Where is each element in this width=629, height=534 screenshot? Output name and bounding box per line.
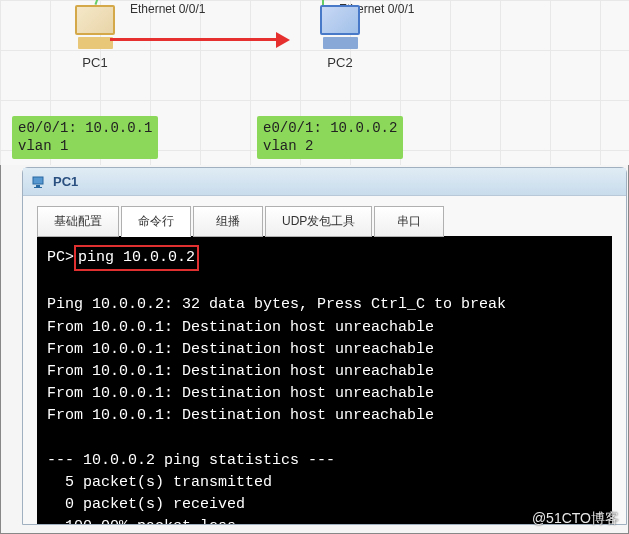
terminal-line	[47, 272, 602, 294]
pc1-label: PC1	[55, 55, 135, 70]
watermark: @51CTO博客	[532, 510, 619, 528]
terminal-line	[47, 428, 602, 450]
svg-rect-2	[34, 187, 42, 188]
pc2-info-box: e0/0/1: 10.0.0.2 vlan 2	[257, 116, 403, 159]
tab-1[interactable]: 命令行	[121, 206, 191, 237]
tab-bar: 基础配置命令行组播UDP发包工具串口 PC>ping 10.0.0.2 Ping…	[23, 196, 626, 524]
tab-2[interactable]: 组播	[193, 206, 263, 237]
terminal-line: Ping 10.0.0.2: 32 data bytes, Press Ctrl…	[47, 294, 602, 316]
pc1-info-box: e0/0/1: 10.0.0.1 vlan 1	[12, 116, 158, 159]
terminal-line: --- 10.0.0.2 ping statistics ---	[47, 450, 602, 472]
pc2-vlan: vlan 2	[263, 138, 397, 156]
window-titlebar[interactable]: PC1	[23, 168, 626, 196]
network-topology: Ethernet 0/0/1 Ethernet 0/0/1 PC1 PC2 e0…	[0, 0, 629, 165]
window-title: PC1	[53, 174, 78, 189]
ping-arrow	[110, 32, 290, 48]
terminal-line: 5 packet(s) transmitted	[47, 472, 602, 494]
pc2-label: PC2	[300, 55, 380, 70]
pc2-node[interactable]: PC2	[300, 5, 380, 70]
tab-0[interactable]: 基础配置	[37, 206, 119, 237]
pc1-vlan: vlan 1	[18, 138, 152, 156]
terminal-line: From 10.0.0.1: Destination host unreacha…	[47, 405, 602, 427]
svg-rect-1	[36, 185, 40, 187]
terminal-line: From 10.0.0.1: Destination host unreacha…	[47, 361, 602, 383]
pc2-interface: e0/0/1: 10.0.0.2	[263, 120, 397, 138]
pc-icon	[315, 5, 365, 50]
tab-4[interactable]: 串口	[374, 206, 444, 237]
terminal-line: 100.00% packet loss	[47, 516, 602, 524]
terminal-window: PC1 基础配置命令行组播UDP发包工具串口 PC>ping 10.0.0.2 …	[22, 167, 627, 525]
terminal-line: 0 packet(s) received	[47, 494, 602, 516]
terminal-line: From 10.0.0.1: Destination host unreacha…	[47, 383, 602, 405]
pc1-interface: e0/0/1: 10.0.0.1	[18, 120, 152, 138]
terminal-line: From 10.0.0.1: Destination host unreacha…	[47, 317, 602, 339]
ping-command-highlight: ping 10.0.0.2	[74, 245, 199, 271]
terminal-output[interactable]: PC>ping 10.0.0.2 Ping 10.0.0.2: 32 data …	[37, 236, 612, 524]
svg-rect-0	[33, 177, 43, 184]
tab-3[interactable]: UDP发包工具	[265, 206, 372, 237]
terminal-prompt: PC>	[47, 249, 74, 266]
terminal-line: From 10.0.0.1: Destination host unreacha…	[47, 339, 602, 361]
app-icon	[31, 174, 47, 190]
ethernet-label-pc1: Ethernet 0/0/1	[130, 2, 205, 16]
